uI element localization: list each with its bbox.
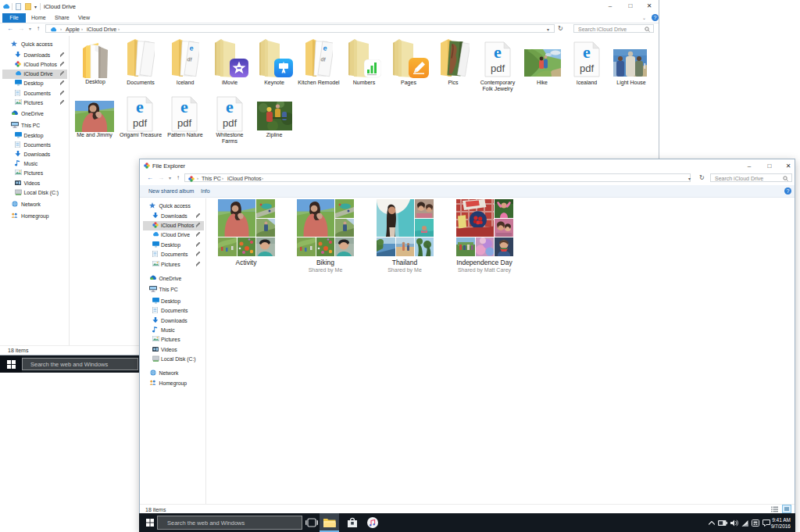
svg-text:df: df [320,56,326,62]
svg-text:9/7/2016: 9/7/2016 [771,523,791,529]
svg-text:e: e [494,42,502,62]
svg-text:pdf: pdf [580,62,594,74]
svg-text:df: df [187,56,192,62]
svg-text:e: e [180,97,188,116]
svg-text:pdf: pdf [223,117,237,129]
svg-text:e: e [583,42,591,62]
svg-text:9:41 AM: 9:41 AM [772,517,791,523]
svg-text:pdf: pdf [177,117,191,129]
svg-text:pdf: pdf [133,117,147,129]
svg-text:e: e [226,97,234,116]
svg-text:pdf: pdf [491,62,505,74]
svg-text:e: e [136,97,144,116]
